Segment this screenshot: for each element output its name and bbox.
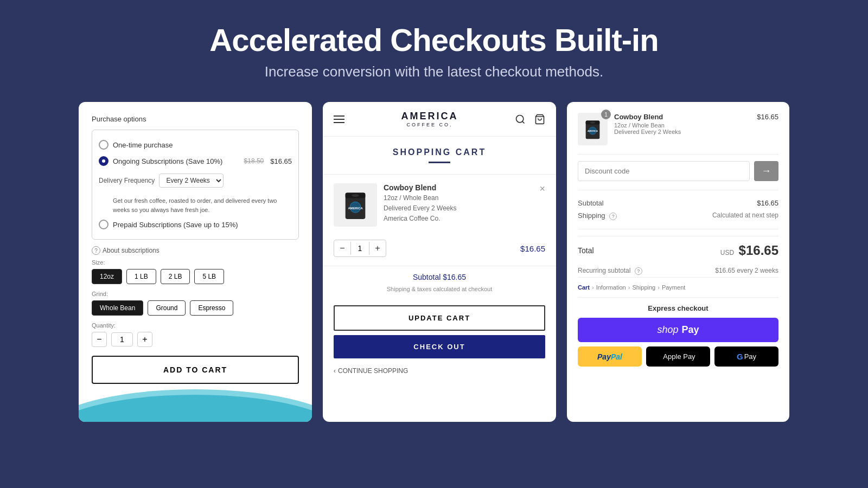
update-cart-button[interactable]: UPDATE CART [334,305,545,331]
recurring-info-icon[interactable]: ? [635,267,642,275]
remove-item-button[interactable]: × [539,183,545,195]
continue-shopping-link[interactable]: ‹ CONTINUE SHOPPING [323,361,556,381]
checkout-button[interactable]: CHECK OUT [334,335,545,358]
total-currency: USD [720,249,734,256]
summary-item-row: 1 AMERICA Cowboy Blend 12oz / Whole Bean… [578,113,778,145]
page-header: Accelerated Checkouts Built-in Increase … [199,0,669,97]
shop-pay-label: shop [657,324,678,336]
cart-icon[interactable] [534,114,545,125]
one-time-option[interactable]: One-time purchase [99,137,292,153]
subtotal-label: Subtotal [413,273,443,281]
express-checkout-label: Express checkout [578,304,778,312]
prepaid-label: Prepaid Subscriptions (Save up to 15%) [113,221,292,229]
size-5lb[interactable]: 5 LB [194,269,224,284]
subtotal-breakdown-label: Subtotal [578,199,604,207]
hamburger-menu-icon[interactable] [334,115,344,123]
recurring-value: $16.65 every 2 weeks [715,267,778,275]
about-subscriptions[interactable]: ? About subscriptions [92,246,299,255]
chevron-left-icon: ‹ [334,367,336,375]
quantity-row: − + [92,332,299,347]
divider-4 [578,297,778,298]
quantity-input[interactable] [111,332,133,346]
item-quantity-badge: 1 [601,110,611,119]
delivery-frequency-row: Delivery Frequency Every 2 Weeks Every W… [99,174,292,188]
prepaid-option[interactable]: Prepaid Subscriptions (Save up to 15%) [99,216,292,233]
delivery-frequency-select[interactable]: Every 2 Weeks Every Week Every Month [159,174,224,188]
apple-pay-label: Apple Pay [663,352,695,361]
item-details: Cowboy Blend 12oz / Whole Bean Delivered… [384,183,545,227]
svg-line-3 [522,121,525,123]
left-card-content: Purchase options One-time purchase Ongoi… [79,102,312,397]
svg-text:AMERICA: AMERICA [348,206,363,209]
cart-qty-increase-button[interactable]: + [369,240,386,256]
delivery-freq-label: Delivery Frequency [99,177,155,184]
original-price: $18.50 [244,157,264,165]
quantity-label: Quantity: [92,322,299,329]
summary-item-details: Cowboy Blend 12oz / Whole Bean Delivered… [614,113,750,145]
hamburger-line-2 [334,119,344,120]
breadcrumb-arrow-1: › [592,284,594,291]
summary-product-image: 1 AMERICA [578,113,608,145]
purchase-options-card: Purchase options One-time purchase Ongoi… [79,102,312,422]
about-icon: ? [92,246,100,255]
shipping-breakdown-label: Shipping ? [578,211,617,220]
subscription-description: Get our fresh coffee, roasted to order, … [99,192,292,216]
google-pay-button[interactable]: G Pay [714,346,778,367]
item-delivery: Delivered Every 2 Weeks [384,203,545,214]
grind-buttons: Whole Bean Ground Espresso [92,300,299,316]
cart-subtotal-row: Subtotal $16.65 [323,266,556,284]
subtotal-value: $16.65 [443,273,466,281]
divider-1 [578,154,778,155]
grind-ground[interactable]: Ground [148,300,186,316]
discount-code-row: → [578,161,778,181]
shipping-note: Shipping & taxes calculated at checkout [323,284,556,301]
shop-pay-button[interactable]: shop Pay [578,318,778,342]
svg-point-7 [352,194,359,197]
shipping-info-icon[interactable]: ? [609,213,617,220]
item-variant: 12oz / Whole Bean [384,193,545,203]
shipping-breakdown-row: Shipping ? Calculated at next step [578,209,778,222]
size-1lb[interactable]: 1 LB [126,269,156,284]
main-title: Accelerated Checkouts Built-in [209,22,658,58]
paypal-button[interactable]: Pay Pal [578,346,642,367]
g-letter: G [737,352,743,361]
breadcrumb-cart[interactable]: Cart [578,284,590,291]
ongoing-radio[interactable] [99,156,108,166]
summary-item-delivery: Delivered Every 2 Weeks [614,129,750,135]
search-icon[interactable] [515,114,526,125]
checkout-breadcrumb: Cart › Information › Shipping › Payment [578,284,778,291]
prepaid-radio[interactable] [99,220,108,229]
ongoing-option[interactable]: Ongoing Subscriptions (Save 10%) $18.50 … [99,153,292,169]
size-2lb[interactable]: 2 LB [161,269,190,284]
ongoing-label: Ongoing Subscriptions (Save 10%) [113,157,240,165]
one-time-label: One-time purchase [113,141,292,149]
total-row: Total USD $16.65 [578,236,778,265]
discount-apply-button[interactable]: → [754,161,778,181]
quantity-increase-button[interactable]: + [137,332,152,347]
summary-item-variant: 12oz / Whole Bean [614,122,750,129]
item-brand: America Coffee Co. [384,214,545,224]
breadcrumb-shipping[interactable]: Shipping [632,284,655,291]
continue-shopping-label: CONTINUE SHOPPING [338,367,408,375]
shipping-breakdown-value: Calculated at next step [712,211,778,220]
item-name: Cowboy Blend [384,183,545,192]
pay-label: Pay [682,324,699,336]
cart-qty-value: 1 [350,242,369,255]
cards-container: Purchase options One-time purchase Ongoi… [0,102,868,422]
quantity-decrease-button[interactable]: − [92,332,107,347]
grind-label: Grind: [92,291,299,297]
payment-methods-row: Pay Pal Apple Pay G Pay [578,346,778,367]
discount-code-input[interactable] [578,161,750,181]
breadcrumb-information[interactable]: Information [596,284,626,291]
svg-point-13 [590,121,595,124]
cart-title: SHOPPING CART [323,137,556,162]
cart-summary-card: 1 AMERICA Cowboy Blend 12oz / Whole Bean… [567,102,789,422]
cart-qty-decrease-button[interactable]: − [334,240,350,256]
one-time-radio[interactable] [99,140,108,150]
grind-espresso[interactable]: Espresso [190,300,233,316]
apple-pay-button[interactable]: Apple Pay [646,346,710,367]
add-to-cart-button[interactable]: ADD TO CART [92,356,299,384]
size-12oz[interactable]: 12oz [92,269,122,284]
breadcrumb-payment[interactable]: Payment [662,284,685,291]
grind-whole-bean[interactable]: Whole Bean [92,300,143,316]
